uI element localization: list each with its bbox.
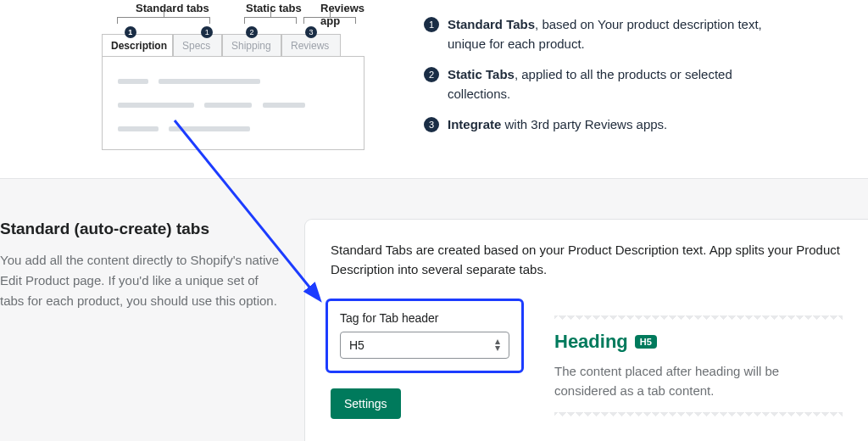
tabs-illustration: Standard tabs Static tabs Reviews app 1 … (102, 0, 364, 153)
feature-item-1: 1 Standard Tabs, based on Your product d… (424, 15, 788, 53)
bullet-3-icon: 3 (424, 117, 439, 132)
bullet-2-icon: 2 (424, 67, 439, 82)
section-desc: You add all the content directly to Shop… (0, 250, 285, 311)
annot-static: Static tabs (246, 2, 302, 14)
highlight-box: Tag for Tab header H5 ▴▾ Settings (331, 299, 524, 428)
zigzag-divider (554, 315, 843, 321)
illus-tab-body (102, 57, 364, 150)
card-intro: Standard Tabs are created based on your … (331, 240, 843, 280)
bracket-3 (303, 17, 356, 24)
heading-desc: The content placed after heading will be… (554, 361, 843, 401)
heading-word: Heading (554, 331, 628, 353)
annot-standard: Standard tabs (136, 2, 209, 14)
zigzag-divider-2 (554, 412, 843, 417)
section-title: Standard (auto-create) tabs (0, 220, 285, 238)
illus-tab-reviews: 3 Reviews (281, 34, 341, 57)
top-panel: Standard tabs Static tabs Reviews app 1 … (0, 0, 868, 179)
tag-header-value: H5 (349, 338, 364, 352)
feature-item-3: 3 Integrate with 3rd party Reviews apps. (424, 115, 788, 135)
tag-header-label: Tag for Tab header (340, 311, 509, 325)
illus-tab-specs: 1 Specs (173, 34, 222, 57)
chevron-updown-icon: ▴▾ (495, 338, 500, 350)
feature-item-2: 2 Static Tabs, applied to all the produc… (424, 65, 788, 103)
bracket-1 (117, 17, 210, 24)
illus-tab-description: 1 Description (102, 34, 173, 57)
feature-list: 1 Standard Tabs, based on Your product d… (424, 0, 788, 153)
tag-header-select[interactable]: H5 ▴▾ (340, 332, 509, 359)
illus-tab-shipping: 2 Shipping (222, 34, 281, 57)
settings-card: Standard Tabs are created based on your … (305, 220, 868, 441)
bullet-1-icon: 1 (424, 17, 439, 32)
heading-preview: Heading H5 The content placed after head… (554, 299, 843, 428)
heading-badge: H5 (635, 335, 657, 349)
lower-left-text: Standard (auto-create) tabs You add all … (0, 220, 305, 441)
bracket-2 (244, 17, 297, 24)
lower-section: Standard (auto-create) tabs You add all … (0, 179, 868, 441)
settings-button[interactable]: Settings (331, 388, 401, 419)
